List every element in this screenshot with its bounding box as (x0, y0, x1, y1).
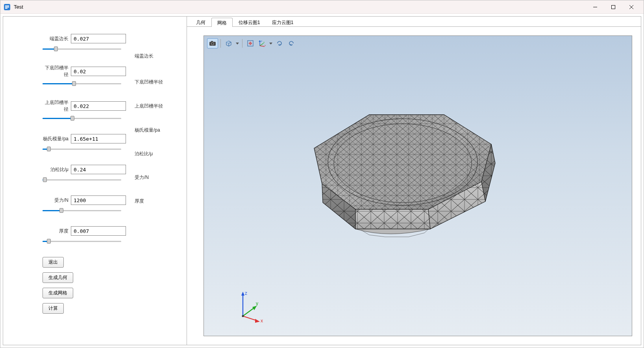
param-slider[interactable] (43, 114, 121, 122)
param-label-right: 端盖边长 (135, 53, 154, 60)
svg-line-17 (260, 46, 265, 47)
window-title: Test (14, 4, 23, 10)
param-row: 端盖边长 (43, 34, 176, 43)
param-slider[interactable] (43, 237, 121, 245)
rotate-ccw-icon[interactable] (286, 38, 297, 48)
param-label: 杨氏模量/pa (43, 136, 68, 142)
fit-view-icon[interactable] (245, 38, 256, 48)
param-label-right: 泊松比/μ (135, 151, 153, 157)
param-input[interactable] (71, 101, 126, 111)
svg-text:y: y (256, 301, 258, 306)
generate-mesh-button[interactable]: 生成网格 (43, 288, 73, 298)
axes-gizmo: z y x (233, 288, 268, 324)
param-row: 厚度 (43, 226, 176, 236)
svg-rect-5 (612, 5, 615, 9)
param-label: 端盖边长 (43, 35, 68, 42)
param-label: 下底凹槽半径 (43, 65, 68, 78)
view-cube-dropdown[interactable] (235, 38, 240, 48)
param-slider[interactable] (43, 145, 121, 153)
svg-rect-1 (5, 6, 9, 6)
axes-toggle-icon[interactable]: z y x (257, 38, 268, 48)
svg-text:x: x (261, 318, 263, 324)
rotate-cw-icon[interactable] (274, 38, 285, 48)
3d-viewer[interactable]: z y x (204, 35, 632, 336)
param-input[interactable] (71, 34, 126, 43)
viewer-area: 几何 网格 位移云图1 应力云图1 (187, 16, 641, 345)
param-input[interactable] (71, 165, 126, 174)
param-label-right: 下底凹槽半径 (135, 79, 163, 86)
param-slider[interactable] (43, 207, 121, 214)
param-label: 厚度 (43, 228, 68, 234)
param-label: 泊松比/μ (43, 166, 68, 173)
svg-rect-3 (5, 8, 7, 9)
svg-rect-2 (5, 7, 9, 7)
maximize-button[interactable] (604, 0, 622, 14)
svg-text:z: z (261, 40, 262, 42)
param-label-right: 杨氏模量/pa (135, 127, 160, 134)
minimize-button[interactable] (586, 0, 604, 14)
app-window: Test 端盖边长下底凹槽半径上底凹槽半径杨氏模量/pa泊松比/μ受力/N厚度 … (0, 0, 644, 348)
tab-displacement[interactable]: 位移云图1 (233, 17, 266, 26)
param-input[interactable] (71, 134, 126, 143)
param-slider[interactable] (43, 80, 121, 87)
generate-geometry-button[interactable]: 生成几何 (43, 272, 73, 283)
param-row: 下底凹槽半径 (43, 65, 176, 78)
parameters-panel: 端盖边长下底凹槽半径上底凹槽半径杨氏模量/pa泊松比/μ受力/N厚度 退出 生成… (3, 16, 187, 345)
param-label: 上底凹槽半径 (43, 99, 68, 113)
titlebar: Test (0, 0, 644, 14)
svg-text:x: x (265, 44, 266, 47)
tab-bar: 几何 网格 位移云图1 应力云图1 (187, 17, 641, 27)
svg-rect-9 (211, 41, 213, 42)
camera-icon[interactable] (207, 38, 218, 48)
svg-line-26 (243, 307, 255, 316)
param-label-right: 上底凹槽半径 (135, 103, 163, 110)
svg-marker-24 (241, 292, 244, 296)
tab-geometry[interactable]: 几何 (190, 17, 211, 26)
compute-button[interactable]: 计算 (43, 303, 64, 314)
param-input[interactable] (71, 67, 126, 76)
mesh-model (291, 93, 499, 262)
svg-point-21 (334, 124, 472, 203)
svg-line-15 (260, 43, 263, 46)
app-icon (4, 4, 11, 11)
param-row: 受力/N (43, 195, 176, 205)
param-label: 受力/N (43, 197, 68, 204)
view-cube-icon[interactable] (223, 38, 234, 48)
param-input[interactable] (71, 195, 126, 205)
svg-marker-27 (252, 306, 257, 310)
svg-point-32 (242, 315, 244, 317)
tab-mesh[interactable]: 网格 (211, 18, 233, 27)
param-input[interactable] (71, 226, 126, 236)
param-slider[interactable] (43, 176, 121, 184)
close-button[interactable] (622, 0, 640, 14)
tab-stress[interactable]: 应力云图1 (266, 17, 300, 26)
axes-dropdown[interactable] (268, 38, 273, 48)
svg-text:y: y (263, 41, 265, 43)
svg-point-11 (212, 43, 213, 45)
viewer-toolbar: z y x (206, 37, 298, 49)
param-label-right: 厚度 (135, 198, 144, 205)
param-row: 杨氏模量/pa (43, 134, 176, 143)
param-slider[interactable] (43, 45, 121, 53)
svg-marker-30 (255, 319, 260, 323)
svg-text:z: z (245, 290, 247, 296)
param-row: 泊松比/μ (43, 165, 176, 174)
exit-button[interactable]: 退出 (43, 257, 64, 268)
param-label-right: 受力/N (135, 174, 149, 181)
